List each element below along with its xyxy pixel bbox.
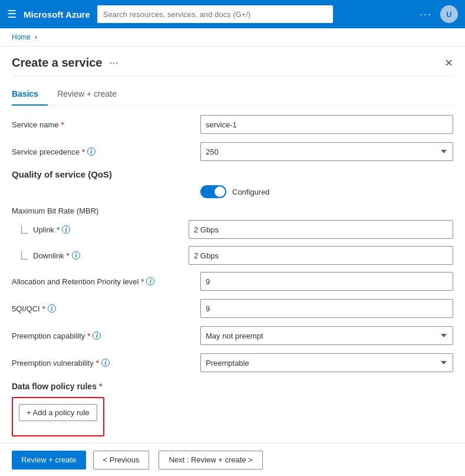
downlink-input[interactable] xyxy=(189,246,453,265)
downlink-label: Downlink * i xyxy=(12,251,189,260)
service-precedence-row: Service precedence * i 250 xyxy=(12,142,453,161)
qos-toggle-area: Configured xyxy=(200,185,270,198)
preemption-vuln-info-icon[interactable]: i xyxy=(101,359,110,367)
tree-line-uplink xyxy=(21,225,28,234)
top-nav: ☰ Microsoft Azure ··· U xyxy=(0,0,465,28)
nav-right: ··· U xyxy=(420,5,458,23)
preemption-vuln-select[interactable]: Preemptable Not preemptable xyxy=(200,353,453,372)
nav-more-icon[interactable]: ··· xyxy=(420,8,432,21)
preemption-vuln-label: Preemption vulnerability * i xyxy=(12,359,200,367)
qos-section: Quality of service (QoS) xyxy=(12,169,453,179)
fiveqi-input[interactable] xyxy=(200,299,453,318)
allocation-label: Allocation and Retention Priority level … xyxy=(12,277,200,286)
tabs: Basics Review + create xyxy=(12,84,453,106)
data-flow-title: Data flow policy rules xyxy=(12,382,97,391)
downlink-info-icon[interactable]: i xyxy=(72,251,80,260)
close-button[interactable]: ✕ xyxy=(444,58,453,68)
mbr-label: Maximum Bit Rate (MBR) xyxy=(12,206,200,215)
qos-section-title: Quality of service (QoS) xyxy=(12,169,453,179)
uplink-label: Uplink * i xyxy=(12,225,189,234)
mbr-title-row: Maximum Bit Rate (MBR) xyxy=(12,206,453,215)
service-name-row: Service name * xyxy=(12,115,453,134)
preemption-cap-row: Preemption capability * i May not preemp… xyxy=(12,326,453,345)
service-name-label: Service name * xyxy=(12,120,200,129)
tree-line-downlink xyxy=(21,251,28,260)
fiveqi-row: 5QI/QCI * i xyxy=(12,299,453,318)
service-precedence-info-icon[interactable]: i xyxy=(87,147,95,156)
fiveqi-info-icon[interactable]: i xyxy=(48,304,56,313)
page-title: Create a service xyxy=(12,56,102,70)
service-precedence-label: Service precedence * i xyxy=(12,147,200,156)
uplink-info-icon[interactable]: i xyxy=(62,225,70,234)
review-create-button[interactable]: Review + create xyxy=(12,451,86,470)
allocation-input[interactable] xyxy=(200,272,453,291)
app-title: Microsoft Azure xyxy=(24,9,90,19)
page-header: Create a service ··· ✕ xyxy=(12,47,453,76)
service-name-input[interactable] xyxy=(200,115,453,134)
tab-basics[interactable]: Basics xyxy=(12,84,48,106)
next-button[interactable]: Next : Review + create > xyxy=(159,451,262,470)
breadcrumb: Home › xyxy=(0,28,465,47)
search-input[interactable] xyxy=(97,5,333,23)
preemption-cap-select[interactable]: May not preempt May preempt xyxy=(200,326,453,345)
qos-toggle[interactable] xyxy=(200,185,226,198)
page-more-icon[interactable]: ··· xyxy=(109,57,118,69)
tab-review-create[interactable]: Review + create xyxy=(48,84,126,106)
add-policy-button[interactable]: + Add a policy rule xyxy=(19,404,97,421)
allocation-info-icon[interactable]: i xyxy=(146,277,154,285)
fiveqi-label: 5QI/QCI * i xyxy=(12,304,200,313)
qos-configured-label: Configured xyxy=(232,188,270,196)
preemption-vuln-row: Preemption vulnerability * i Preemptable… xyxy=(12,353,453,372)
data-flow-box: + Add a policy rule xyxy=(12,397,104,436)
hamburger-icon[interactable]: ☰ xyxy=(7,8,17,21)
page-container: Create a service ··· ✕ Basics Review + c… xyxy=(0,47,465,476)
preemption-cap-info-icon[interactable]: i xyxy=(93,331,101,340)
toggle-knob xyxy=(215,186,225,197)
uplink-input[interactable] xyxy=(189,220,453,239)
avatar[interactable]: U xyxy=(440,5,458,23)
previous-button[interactable]: < Previous xyxy=(93,451,150,470)
uplink-row: Uplink * i xyxy=(12,220,453,239)
qos-toggle-row: Configured xyxy=(12,185,453,198)
preemption-cap-label: Preemption capability * i xyxy=(12,331,200,340)
breadcrumb-home[interactable]: Home xyxy=(12,33,31,41)
data-flow-header: Data flow policy rules * xyxy=(12,382,453,391)
service-precedence-select[interactable]: 250 xyxy=(200,142,453,161)
allocation-row: Allocation and Retention Priority level … xyxy=(12,272,453,291)
downlink-row: Downlink * i xyxy=(12,246,453,265)
form-body: Service name * Service precedence * i 25… xyxy=(12,106,453,475)
bottom-bar: Review + create < Previous Next : Review… xyxy=(0,443,465,476)
